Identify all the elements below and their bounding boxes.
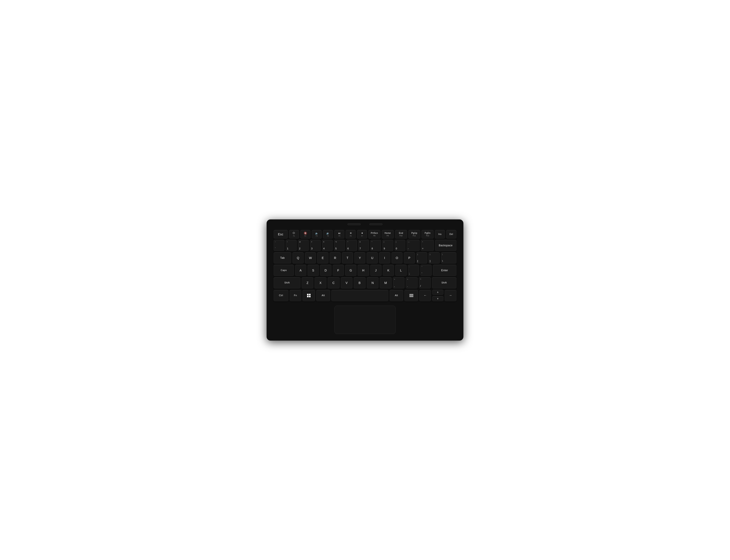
key-8[interactable]: * 8 [370,240,381,251]
key-g[interactable]: G [345,265,357,276]
key-q[interactable]: Q [293,252,304,264]
key-quote[interactable]: " ' [420,265,432,276]
key-l[interactable]: L [395,265,406,276]
key-t[interactable]: T [342,252,353,264]
key-c[interactable]: C [328,277,340,289]
key-p[interactable]: P [404,252,415,264]
key-comma[interactable]: < , [393,277,405,289]
key-menu[interactable] [404,290,418,301]
key-fn[interactable]: Fn [290,290,301,301]
key-f2[interactable]: 🔇 F2 [300,230,311,239]
key-pgdn[interactable]: PgDn F12 [421,230,434,239]
key-shift-right[interactable]: Shift [432,277,456,289]
key-windows[interactable] [303,290,316,301]
key-e[interactable]: E [317,252,329,264]
key-f6[interactable]: ✳ F6 [346,230,356,239]
key-5[interactable]: % 5 [334,240,345,251]
three-label: 3 [311,247,313,250]
svg-rect-2 [307,296,309,297]
key-alt-left[interactable]: Alt [316,290,330,301]
pgup-fn-label: F11 [413,235,416,237]
key-end[interactable]: End F10 [395,230,407,239]
key-arrow-down[interactable]: ∨ [432,296,443,301]
key-backspace[interactable]: Backspace [435,240,457,251]
key-rbracket[interactable]: } ] [428,252,440,264]
u-label: U [371,256,373,260]
key-tab[interactable]: Tab [274,252,291,264]
key-h[interactable]: H [358,265,369,276]
key-j[interactable]: J [370,265,381,276]
key-alt-right[interactable]: Alt [389,290,403,301]
key-o[interactable]: O [391,252,403,264]
ins-label: Ins [438,233,441,236]
arrow-right-label: → [449,294,452,297]
key-ins[interactable]: Ins [435,230,445,239]
four-label: 4 [323,247,325,250]
key-2[interactable]: @ 2 [298,240,309,251]
key-f7[interactable]: ✦ F7 [357,230,367,239]
key-n[interactable]: N [367,277,379,289]
key-home[interactable]: Home F9 [381,230,394,239]
eight-label: 8 [371,247,373,250]
key-7[interactable]: & 7 [358,240,369,251]
key-prtscn[interactable]: PrtScn F8 [368,230,380,239]
key-space[interactable] [331,290,388,301]
svg-rect-4 [409,294,413,295]
key-arrow-left[interactable]: ← [419,290,431,301]
key-f4[interactable]: 🔉 F4 [323,230,333,239]
equals-label: = [422,247,423,250]
esc-label: Esc [278,233,284,236]
key-f5[interactable]: ⏯ F5 [334,230,345,239]
key-f[interactable]: F [333,265,344,276]
key-pgup[interactable]: PgUp F11 [408,230,420,239]
key-i[interactable]: I [379,252,390,264]
key-1[interactable]: ! 1 [286,240,297,251]
key-z[interactable]: Z [302,277,314,289]
key-slash[interactable]: ? / [419,277,431,289]
key-period[interactable]: > . [406,277,418,289]
key-9[interactable]: ( 9 [382,240,393,251]
hyphen-label: - [408,247,409,250]
key-ctrl[interactable]: Ctrl [274,290,289,301]
key-del[interactable]: Del [446,230,456,239]
key-w[interactable]: W [305,252,316,264]
key-y[interactable]: Y [354,252,365,264]
fn-label: Fn [294,294,297,297]
key-b[interactable]: B [354,277,365,289]
seven-label: 7 [360,247,361,250]
home-fn-label: F9 [386,235,388,237]
key-caps[interactable]: Caps [274,265,294,276]
key-f1[interactable]: 🌣 F1 [289,230,299,239]
key-arrow-up[interactable]: ∧ [432,290,443,295]
key-m[interactable]: M [379,277,392,289]
key-minus[interactable]: — - [406,240,420,251]
key-arrow-right[interactable]: → [444,290,456,301]
key-3[interactable]: # 3 [310,240,321,251]
key-0[interactable]: ) 0 [394,240,405,251]
key-4[interactable]: $ 4 [322,240,333,251]
touchpad[interactable] [335,306,395,334]
key-semicolon[interactable]: : ; [408,265,419,276]
key-6[interactable]: ^ 6 [346,240,357,251]
alt-left-label: Alt [322,294,325,297]
key-k[interactable]: K [383,265,394,276]
key-shift-left[interactable]: Shift [274,277,301,289]
key-enter[interactable]: Enter [433,265,456,276]
key-a[interactable]: A [295,265,307,276]
key-equals[interactable]: + = [421,240,434,251]
key-r[interactable]: R [330,252,341,264]
key-lbracket[interactable]: { [ [416,252,427,264]
key-v[interactable]: V [341,277,353,289]
tab-label: Tab [280,256,285,259]
key-s[interactable]: S [308,265,319,276]
e-label: E [322,256,324,260]
key-x[interactable]: X [315,277,327,289]
key-f3[interactable]: 🔈 F3 [312,230,322,239]
slash-label: / [420,285,421,287]
key-backslash[interactable]: | \ [441,252,456,264]
key-u[interactable]: U [366,252,378,264]
key-esc[interactable]: Esc [274,230,288,239]
one-label: 1 [287,247,288,250]
key-d[interactable]: D [320,265,331,276]
key-tilde[interactable]: ~ ` [274,240,285,251]
